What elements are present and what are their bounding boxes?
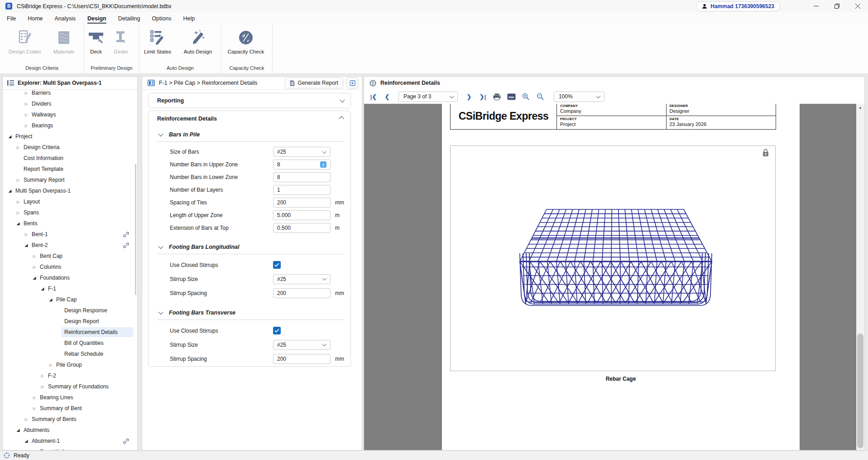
tree-item-front-wall[interactable]: Front Wall [3,446,137,450]
tree-item-cost-information[interactable]: Cost Information [3,153,137,164]
menu-item-design[interactable]: Design [83,14,110,24]
tree-expander-icon[interactable]: ▷ [23,232,30,237]
tree-item-summary-of-bents[interactable]: ▷Summary of Bents [3,414,137,425]
tree-item-pile-cap[interactable]: ◢Pile Cap [3,294,137,305]
size-of-bars-dropdown[interactable]: #25 [273,147,331,157]
export-pdf-button[interactable]: PDF [504,93,518,100]
ribbon-button-limit-states[interactable]: Limit States [139,28,177,54]
tree-item-columns[interactable]: ▷Columns [3,261,137,272]
number-bars-in-upper-zone-input[interactable]: 8i [273,160,331,169]
chevron-up-icon[interactable] [339,116,344,121]
spacing-of-ties-input[interactable]: 200 [273,198,331,208]
use-closed-stirrups-checkbox[interactable] [273,261,281,269]
tree-item-pile-group[interactable]: ▷Pile Group [3,359,137,370]
close-button[interactable] [847,0,868,12]
tree-item-bearing-lines[interactable]: ▷Bearing Lines [3,392,137,403]
tree-item-foundations[interactable]: ◢Foundations [3,272,137,283]
page-select[interactable]: Page 3 of 3 [398,92,458,102]
section-header-footing-bars-longitudinal[interactable]: Footing Bars Longitudinal [157,243,344,251]
tree-item-bent-1[interactable]: ▷Bent-1 [3,229,137,240]
tree-expander-icon[interactable]: ▷ [14,178,22,182]
tree-item-bearings[interactable]: ▷Bearings [3,120,137,131]
explorer-scrollbar-thumb[interactable] [135,164,136,295]
tree-item-bill-of-quantities[interactable]: Bill of Quantities [3,338,137,349]
tree-expander-icon[interactable]: ▷ [14,211,22,215]
ribbon-button-capacity-check[interactable]: dcCapacity Check [227,28,265,54]
tree-expander-icon[interactable]: ◢ [14,221,22,226]
menu-item-analysis[interactable]: Analysis [51,14,80,24]
tree-item-summary-of-bent[interactable]: ▷Summary of Bent [3,403,137,414]
tree-expander-icon[interactable]: ▷ [47,363,54,367]
tree-expander-icon[interactable]: ▷ [39,374,46,378]
use-closed-stirrups-checkbox[interactable] [273,327,281,334]
tree-item-spans[interactable]: ▷Spans [3,207,137,218]
tree-item-summary-report[interactable]: ▷Summary Report [3,174,137,185]
tree-item-f-1[interactable]: ◢F-1 [3,283,137,294]
zoom-out-button[interactable] [533,93,547,100]
tree-expander-icon[interactable]: ◢ [23,439,30,443]
menu-item-help[interactable]: Help [179,14,199,24]
scroll-up-arrow[interactable]: ▲ [856,104,864,111]
tree-expander-icon[interactable]: ▷ [39,385,46,389]
zoom-in-button[interactable] [518,93,533,100]
tree-expander-icon[interactable]: ▷ [23,91,30,95]
menu-item-options[interactable]: Options [148,14,175,24]
lock-icon[interactable] [762,149,769,157]
length-of-upper-zone-input[interactable]: 5.000 [273,210,331,220]
stirrup-size-dropdown[interactable]: #25 [273,274,331,284]
menu-item-detailing[interactable]: Detailing [114,14,144,24]
print-button[interactable] [489,93,504,100]
tree-item-bent-2[interactable]: ◢Bent-2 [3,240,137,251]
previous-page-button[interactable]: ❮ [380,93,394,100]
tree-expander-icon[interactable]: ◢ [23,243,30,247]
tree-item-abutments[interactable]: ◢Abutments [3,425,137,436]
tree-item-abutment-1[interactable]: ◢Abutment-1 [3,436,137,446]
info-icon[interactable]: i [320,161,326,168]
tree-item-barriers[interactable]: ▷Barriers [3,89,137,98]
tree-expander-icon[interactable]: ▷ [14,145,22,150]
zoom-level-select[interactable]: 100% [554,92,604,102]
tree-expander-icon[interactable]: ▷ [23,102,30,106]
stirrup-spacing-input[interactable]: 200 [273,354,331,364]
section-header-footing-bars-transverse[interactable]: Footing Bars Transverse [157,309,344,317]
stirrup-spacing-input[interactable]: 200 [273,288,331,298]
next-page-button[interactable]: ❯ [462,93,476,100]
tree-item-walkways[interactable]: ▷Walkways [3,109,137,120]
tree-expander-icon[interactable]: ▷ [14,200,22,204]
tree-expander-icon[interactable]: ◢ [47,297,54,302]
ribbon-button-girder[interactable]: Girder [102,28,140,54]
tree-item-design-criteria[interactable]: ▷Design Criteria [3,142,137,153]
tree-expander-icon[interactable]: ◢ [39,286,46,291]
last-page-button[interactable]: ❯| [476,93,489,100]
add-to-report-button[interactable] [346,77,358,88]
tree-item-bents[interactable]: ◢Bents [3,218,137,229]
tree-expander-icon[interactable]: ▷ [23,124,30,128]
tree-item-multi-span-overpass-1[interactable]: ◢Multi Span Overpass-1 [3,185,137,196]
ribbon-button-auto-design[interactable]: Auto Design [179,28,217,54]
tree-item-dividers[interactable]: ▷Dividers [3,98,137,109]
tree-expander-icon[interactable]: ▷ [31,407,38,411]
reporting-section-header[interactable]: Reporting [148,93,351,108]
tree-expander-icon[interactable]: ▷ [31,265,38,269]
tree-expander-icon[interactable]: ◢ [6,134,14,139]
tree-item-rebar-schedule[interactable]: Rebar Schedule [3,349,137,359]
viewer-scrollbar[interactable]: ▲ ▼ [856,104,864,450]
tree-item-report-template[interactable]: Report Template [3,164,137,174]
tree-expander-icon[interactable]: ◢ [31,276,38,280]
tree-expander-icon[interactable]: ▷ [31,254,38,258]
tree-expander-icon[interactable]: ◢ [14,428,22,432]
generate-report-button[interactable]: Generate Report [285,77,343,88]
minimize-button[interactable] [806,0,826,12]
tree-expander-icon[interactable]: ▷ [23,113,30,117]
tree-item-design-report[interactable]: Design Report [3,316,137,327]
ribbon-button-design-codes[interactable]: Design Codes [6,28,44,54]
tree-item-reinforcement-details[interactable]: Reinforcement Details [3,327,137,338]
tree-expander-icon[interactable]: ▷ [23,417,30,421]
number-of-bar-layers-input[interactable]: 1 [273,185,331,195]
first-page-button[interactable]: |❮ [367,93,380,100]
viewer-scrollbar-thumb[interactable] [857,334,863,448]
tree-expander-icon[interactable]: ◢ [6,189,14,193]
number-bars-in-lower-zone-input[interactable]: 8 [273,172,331,182]
restore-button[interactable] [826,0,847,12]
user-account-button[interactable]: Hammad 1736390596523 [696,1,780,11]
